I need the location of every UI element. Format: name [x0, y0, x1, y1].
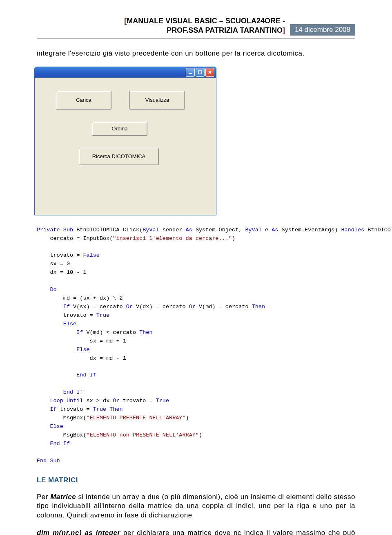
- p2c: si intende un array a due (o più dimensi…: [37, 493, 355, 519]
- xp-form-body: Carica Visualizza Ordina Ricerca DICOTOM…: [35, 78, 216, 215]
- svg-rect-0: [189, 73, 192, 74]
- bracket-close: ]: [283, 26, 285, 34]
- svg-rect-1: [198, 71, 202, 74]
- paragraph-intro: integrare l'esercizio già visto preceden…: [37, 49, 355, 58]
- header-title-line1: MANUALE VISUAL BASIC – SCUOLA24ORE -: [127, 17, 285, 25]
- header-title-block: [MANUALE VISUAL BASIC – SCUOLA24ORE - PR…: [37, 16, 290, 36]
- paragraph-matrici-2: dim m(nr,nc) as integer per dichiarare u…: [37, 528, 355, 535]
- xp-titlebar: [35, 67, 216, 78]
- p2a: Per: [37, 493, 50, 501]
- p3-code: dim m(nr,nc) as integer: [37, 529, 123, 535]
- close-icon[interactable]: [205, 68, 214, 77]
- heading-matrici: LE MATRICI: [37, 476, 355, 484]
- minimize-icon[interactable]: [186, 68, 195, 77]
- ricerca-dicotomica-button[interactable]: Ricerca DICOTOMICA: [79, 148, 159, 165]
- form-screenshot: Carica Visualizza Ordina Ricerca DICOTOM…: [34, 67, 355, 215]
- ordina-button[interactable]: Ordina: [92, 122, 147, 136]
- xp-window: Carica Visualizza Ordina Ricerca DICOTOM…: [34, 67, 216, 215]
- header-date: 14 dicembre 2008: [290, 24, 355, 36]
- code-block: Private Sub BtnDICOTOMICA_Click(ByVal se…: [37, 226, 355, 466]
- visualizza-button[interactable]: Visualizza: [129, 91, 185, 110]
- maximize-icon[interactable]: [196, 68, 205, 77]
- header-rule: [37, 38, 355, 38]
- p2-matrice: Matrice: [50, 493, 76, 501]
- carica-button[interactable]: Carica: [56, 91, 111, 110]
- header-row: [MANUALE VISUAL BASIC – SCUOLA24ORE - PR…: [37, 16, 355, 36]
- header-title-line2: PROF.SSA PATRIZIA TARANTINO: [167, 26, 283, 34]
- page-content: [MANUALE VISUAL BASIC – SCUOLA24ORE - PR…: [0, 0, 392, 535]
- paragraph-matrici-1: Per Matrice si intende un array a due (o…: [37, 492, 355, 521]
